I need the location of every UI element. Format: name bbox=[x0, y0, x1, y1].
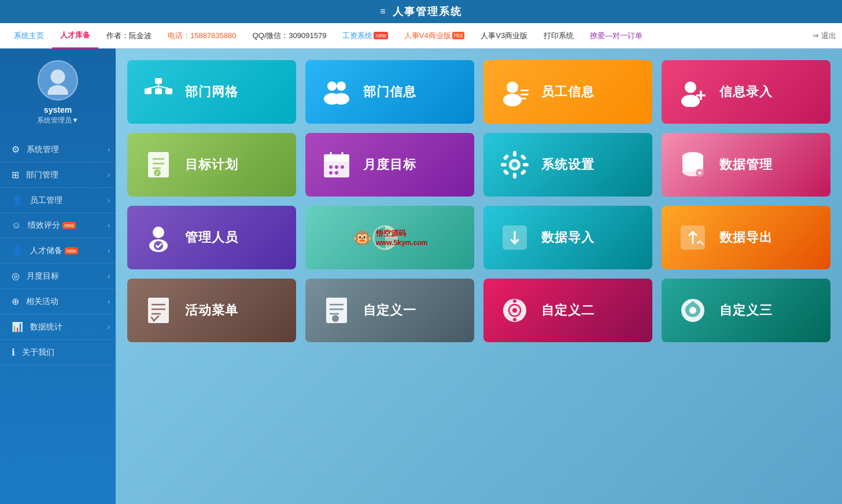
sidebar-item-emp-mgmt[interactable]: 👤 员工管理 › bbox=[0, 188, 116, 213]
arrow-icon: › bbox=[108, 272, 110, 280]
sidebar-item-monthly-goal[interactable]: ◎ 月度目标 › bbox=[0, 264, 116, 289]
svg-point-34 bbox=[341, 165, 344, 169]
watermark-logo: 🐵 悟空源码 www.5kym.com bbox=[352, 228, 428, 247]
arrow-icon: › bbox=[108, 247, 110, 255]
database-icon bbox=[675, 147, 710, 182]
arrow-icon: › bbox=[108, 171, 110, 179]
card-watermark[interactable]: 🐵 悟空源码 www.5kym.com bbox=[305, 206, 474, 269]
card-data-mgmt[interactable]: 数据管理 bbox=[662, 133, 830, 197]
svg-point-76 bbox=[513, 318, 516, 321]
info-icon: ℹ bbox=[12, 347, 15, 358]
nav-hrv3[interactable]: 人事V3商业版 bbox=[472, 23, 536, 49]
avatar-image bbox=[43, 66, 72, 95]
svg-point-78 bbox=[689, 307, 696, 314]
sidebar-item-talent-store[interactable]: 👤 人才储备 new › bbox=[0, 238, 116, 264]
arrow-icon: › bbox=[108, 146, 110, 154]
svg-rect-44 bbox=[520, 154, 526, 160]
nav-print[interactable]: 打印系统 bbox=[536, 23, 582, 49]
nav-home[interactable]: 系统主页 bbox=[6, 23, 52, 49]
card-data-export[interactable]: 数据导出 bbox=[662, 206, 830, 269]
card-mgr-person-label: 管理人员 bbox=[185, 229, 238, 246]
svg-point-1 bbox=[48, 85, 68, 95]
svg-line-8 bbox=[158, 86, 169, 88]
svg-rect-2 bbox=[155, 78, 162, 84]
card-custom-two-label: 自定义二 bbox=[541, 302, 594, 319]
card-target-plan-label: 目标计划 bbox=[185, 156, 238, 173]
nav-love[interactable]: 撩爱—对一订单 bbox=[582, 23, 651, 49]
sidebar: system 系统管理员▼ ⚙ 系统管理 › ⊞ 部门管理 › 👤 员工管理 ›… bbox=[0, 49, 116, 504]
nav-logout[interactable]: ⇒ 退出 bbox=[813, 31, 836, 41]
card-data-mgmt-label: 数据管理 bbox=[719, 156, 773, 173]
sidebar-item-about-us[interactable]: ℹ 关于我们 bbox=[0, 340, 116, 365]
arrow-icon: › bbox=[108, 323, 110, 331]
arrow-icon: › bbox=[108, 197, 110, 205]
svg-rect-46 bbox=[520, 169, 526, 175]
group-icon bbox=[319, 75, 354, 109]
nav-hrv4[interactable]: 人事V4商业版Hot bbox=[396, 23, 472, 49]
org-icon bbox=[141, 75, 176, 109]
svg-rect-29 bbox=[324, 154, 349, 161]
settings-icon bbox=[497, 147, 532, 182]
chart-icon: 📊 bbox=[12, 321, 23, 332]
arrow-icon: › bbox=[108, 221, 110, 229]
gear-icon: ⚙ bbox=[12, 144, 20, 155]
svg-rect-16 bbox=[520, 94, 529, 95]
card-custom-three[interactable]: 自定义三 bbox=[662, 279, 830, 342]
sidebar-menu: ⚙ 系统管理 › ⊞ 部门管理 › 👤 员工管理 › ☺ 绩效评分 new › bbox=[0, 137, 116, 365]
target-icon: ◎ bbox=[12, 270, 20, 281]
smile-icon: ☺ bbox=[12, 220, 21, 231]
card-custom-one[interactable]: 自定义一 bbox=[305, 279, 474, 342]
sidebar-role[interactable]: 系统管理员▼ bbox=[37, 116, 79, 125]
card-dept-grid-label: 部门网格 bbox=[185, 83, 238, 101]
svg-line-7 bbox=[148, 86, 158, 88]
sidebar-item-dept-mgmt[interactable]: ⊞ 部门管理 › bbox=[0, 162, 116, 188]
svg-point-32 bbox=[329, 165, 333, 169]
svg-text:✓: ✓ bbox=[155, 170, 160, 176]
card-info-entry[interactable]: 信息录入 bbox=[662, 60, 830, 124]
card-custom-one-label: 自定义一 bbox=[363, 302, 416, 319]
card-monthly-target[interactable]: 月度目标 bbox=[305, 133, 474, 197]
content-area: 部门网格 部门信息 bbox=[116, 49, 842, 504]
svg-point-9 bbox=[327, 81, 337, 91]
app-title: 人事管理系统 bbox=[393, 5, 462, 18]
card-grid: 部门网格 部门信息 bbox=[127, 60, 830, 342]
card-target-plan[interactable]: ✓ 目标计划 bbox=[127, 133, 296, 197]
salary-new-badge: new bbox=[374, 32, 387, 39]
svg-rect-63 bbox=[148, 298, 169, 323]
card-activity-menu[interactable]: 活动菜单 bbox=[127, 279, 296, 342]
sidebar-item-perf-eval[interactable]: ☺ 绩效评分 new › bbox=[0, 213, 116, 238]
svg-point-12 bbox=[333, 93, 349, 105]
sidebar-item-activities[interactable]: ⊕ 相关活动 › bbox=[0, 289, 116, 314]
nav-phone: 电话：15887835880 bbox=[160, 23, 245, 49]
nav-qq: QQ/微信：309091579 bbox=[245, 23, 335, 49]
hrv4-hot-badge: Hot bbox=[452, 32, 465, 39]
card-sys-settings[interactable]: 系统设置 bbox=[483, 133, 652, 197]
svg-point-0 bbox=[51, 69, 65, 84]
svg-rect-17 bbox=[520, 98, 526, 99]
calendar-icon bbox=[319, 147, 354, 182]
svg-point-75 bbox=[513, 299, 516, 303]
card-dept-info[interactable]: 部门信息 bbox=[305, 60, 474, 124]
card-emp-info[interactable]: 员工信息 bbox=[483, 60, 652, 124]
export-icon bbox=[675, 220, 710, 255]
nav-talent[interactable]: 人才库备 bbox=[52, 23, 98, 49]
card-data-import-label: 数据导入 bbox=[541, 229, 594, 246]
watermark-brand: 悟空源码 bbox=[376, 228, 428, 239]
custom-list-icon bbox=[319, 293, 354, 328]
sidebar-item-data-stats[interactable]: 📊 数据统计 › bbox=[0, 314, 116, 340]
talent-icon: 👤 bbox=[12, 245, 23, 256]
card-custom-two[interactable]: 自定义二 bbox=[483, 279, 652, 342]
admin-icon bbox=[141, 220, 176, 255]
svg-point-71 bbox=[332, 315, 339, 322]
card-dept-grid[interactable]: 部门网格 bbox=[127, 60, 296, 124]
sidebar-item-sys-mgmt[interactable]: ⚙ 系统管理 › bbox=[0, 137, 116, 162]
nav-salary[interactable]: 工资系统new bbox=[334, 23, 396, 49]
card-activity-menu-label: 活动菜单 bbox=[185, 302, 238, 319]
card-mgr-person[interactable]: 管理人员 bbox=[127, 206, 296, 269]
svg-point-55 bbox=[153, 227, 164, 238]
avatar bbox=[38, 60, 78, 101]
card-data-import[interactable]: 数据导入 bbox=[483, 206, 652, 269]
card-emp-info-label: 员工信息 bbox=[541, 83, 594, 101]
svg-rect-3 bbox=[145, 88, 152, 94]
menu-icon[interactable]: ≡ bbox=[380, 6, 386, 17]
